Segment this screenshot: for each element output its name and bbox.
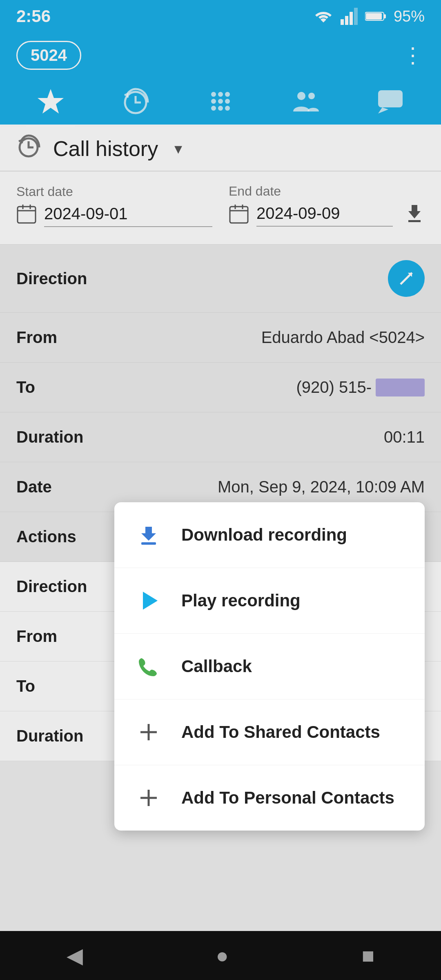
download-recording-label: Download recording [181, 525, 347, 545]
svg-rect-37 [141, 542, 156, 545]
direction-button[interactable] [388, 260, 425, 297]
from-row: From Eduardo Abad <5024> [0, 313, 441, 363]
export-icon[interactable] [404, 203, 425, 228]
date-value: Mon, Sep 9, 2024, 10:09 AM [218, 478, 425, 496]
call-history-dropdown[interactable]: ▾ [174, 140, 182, 158]
end-date-label: End date [229, 184, 425, 199]
svg-rect-23 [18, 207, 36, 223]
svg-marker-38 [143, 592, 158, 610]
end-calendar-icon [229, 203, 249, 228]
svg-point-16 [218, 106, 223, 111]
svg-point-10 [218, 92, 223, 97]
svg-rect-27 [230, 207, 248, 223]
battery-percent: 95% [394, 8, 425, 25]
to-label: To [16, 378, 35, 396]
start-date-label: Start date [16, 184, 212, 199]
call-history-icon [16, 134, 41, 163]
date-filters: Start date 2024-09-01 End date [0, 172, 441, 245]
direction-label: Direction [16, 270, 87, 288]
add-personal-contacts-button[interactable]: Add To Personal Contacts [114, 765, 425, 831]
play-recording-label: Play recording [181, 591, 301, 610]
status-icons: 95% [314, 8, 425, 25]
svg-rect-5 [366, 13, 382, 20]
svg-rect-3 [354, 8, 358, 25]
battery-icon [365, 11, 386, 22]
home-button[interactable]: ● [216, 943, 229, 968]
header-bar: 5024 ⋮ [0, 33, 441, 78]
svg-marker-7 [38, 89, 64, 114]
start-date-field[interactable]: Start date 2024-09-01 [16, 184, 212, 228]
date-label: Date [16, 478, 52, 496]
add-shared-icon [136, 719, 162, 745]
download-recording-icon [136, 522, 162, 548]
start-date-value[interactable]: 2024-09-01 [44, 205, 212, 227]
start-calendar-icon [16, 203, 37, 228]
status-bar: 2:56 95% [0, 0, 441, 33]
second-to-label: To [16, 677, 35, 695]
end-date-field[interactable]: End date 2024-09-09 [229, 184, 425, 228]
svg-point-17 [225, 106, 230, 111]
svg-rect-2 [350, 12, 353, 25]
svg-marker-21 [378, 107, 388, 114]
play-recording-button[interactable]: Play recording [114, 568, 425, 634]
add-shared-contacts-button[interactable]: Add To Shared Contacts [114, 699, 425, 765]
svg-marker-36 [141, 527, 156, 541]
download-recording-button[interactable]: Download recording [114, 502, 425, 568]
to-value: (920) 515- [296, 378, 425, 396]
signal-icon [341, 8, 358, 25]
menu-dots-button[interactable]: ⋮ [402, 45, 425, 66]
actions-label: Actions [16, 528, 76, 546]
svg-rect-0 [341, 19, 344, 25]
from-label: From [16, 328, 57, 347]
svg-rect-20 [378, 90, 403, 107]
wifi-icon [314, 9, 333, 24]
page: 2:56 95% 5024 ⋮ [0, 0, 441, 980]
svg-point-19 [308, 93, 315, 99]
svg-point-15 [211, 106, 216, 111]
status-time: 2:56 [16, 7, 51, 26]
recents-button[interactable]: ■ [362, 943, 374, 968]
extension-badge[interactable]: 5024 [16, 41, 81, 70]
svg-point-9 [211, 92, 216, 97]
duration-label: Duration [16, 428, 83, 446]
from-value: Eduardo Abad <5024> [261, 328, 425, 347]
call-history-header: Call history ▾ [0, 127, 441, 172]
svg-point-13 [218, 99, 223, 104]
svg-point-14 [225, 99, 230, 104]
tab-dialpad[interactable] [200, 87, 241, 116]
tab-chat[interactable] [370, 87, 411, 116]
second-from-label: From [16, 627, 57, 646]
svg-rect-32 [408, 220, 421, 222]
svg-point-11 [225, 92, 230, 97]
callback-label: Callback [181, 657, 252, 676]
svg-point-18 [297, 92, 305, 100]
nav-bar: ◀ ● ■ [0, 931, 441, 980]
add-personal-contacts-label: Add To Personal Contacts [181, 788, 394, 808]
duration-value: 00:11 [384, 428, 425, 446]
duration-row: Duration 00:11 [0, 412, 441, 462]
call-history-title[interactable]: Call history [53, 136, 158, 161]
add-personal-icon [136, 785, 162, 811]
svg-marker-31 [408, 205, 421, 218]
direction-row: Direction [0, 245, 441, 313]
callback-button[interactable]: Callback [114, 634, 425, 699]
end-date-value[interactable]: 2024-09-09 [256, 204, 393, 227]
tab-contacts[interactable] [285, 87, 326, 116]
second-direction-label: Direction [16, 577, 87, 596]
redacted-number [376, 379, 425, 396]
nav-tabs [0, 78, 441, 127]
svg-point-12 [211, 99, 216, 104]
play-recording-icon [136, 588, 162, 614]
actions-dropdown-menu: Download recording Play recording Callba… [114, 502, 425, 831]
add-shared-contacts-label: Add To Shared Contacts [181, 722, 380, 742]
svg-rect-1 [345, 16, 348, 25]
to-row: To (920) 515- [0, 363, 441, 412]
callback-icon [136, 653, 162, 679]
tab-history[interactable] [115, 87, 156, 116]
second-duration-label: Duration [16, 727, 83, 745]
svg-rect-6 [384, 14, 386, 18]
back-button[interactable]: ◀ [67, 943, 83, 968]
tab-favorites[interactable] [30, 87, 71, 116]
